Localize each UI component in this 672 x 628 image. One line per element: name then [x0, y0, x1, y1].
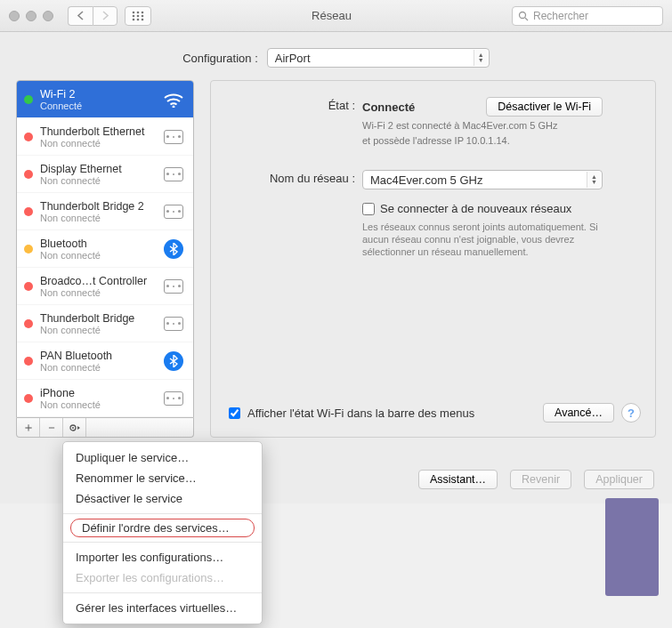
- known-networks-hint: Les réseaux connus seront joints automat…: [362, 221, 603, 258]
- location-label: Configuration :: [182, 52, 258, 65]
- service-name: PAN Bluetooth: [40, 350, 154, 362]
- service-name: Thunderbolt Bridge: [40, 312, 154, 325]
- status-dot-icon: [24, 133, 33, 141]
- network-name-select[interactable]: Mac4Ever.com 5 GHz ▲▼: [362, 170, 603, 189]
- status-dot-icon: [24, 207, 33, 216]
- assistant-button[interactable]: Assistant…: [418, 470, 498, 489]
- service-status: Non connecté: [40, 399, 154, 410]
- service-item[interactable]: PAN BluetoothNon connecté: [17, 342, 193, 380]
- advanced-button[interactable]: Avancé…: [543, 403, 614, 423]
- close-icon[interactable]: [9, 11, 20, 21]
- search-icon: [518, 11, 529, 21]
- svg-point-1: [137, 11, 140, 13]
- search-placeholder: Rechercher: [533, 10, 588, 22]
- chevron-right-icon: [101, 11, 109, 20]
- show-wifi-status-checkbox[interactable]: [229, 407, 240, 419]
- status-dot-icon: [24, 282, 33, 291]
- service-name: Thunderbolt Bridge 2: [40, 200, 154, 213]
- service-item[interactable]: BluetoothNon connecté: [17, 230, 193, 268]
- bluetooth-icon: [161, 351, 186, 371]
- svg-point-2: [142, 11, 144, 13]
- service-status: Non connecté: [40, 362, 154, 373]
- service-name: Wi-Fi 2: [40, 88, 154, 101]
- service-item[interactable]: iPhoneNon connecté: [17, 380, 193, 417]
- service-status: Non connecté: [40, 287, 154, 298]
- toolbar: Réseau Rechercher: [0, 0, 672, 32]
- service-name: Thunderbolt Ethernet: [40, 125, 154, 138]
- svg-point-4: [137, 14, 140, 17]
- grid-icon: [132, 11, 144, 21]
- service-status: Non connecté: [40, 138, 154, 149]
- forward-button[interactable]: [93, 6, 117, 26]
- minimize-icon[interactable]: [26, 11, 36, 21]
- service-actions-menu: Dupliquer le service… Renommer le servic…: [62, 441, 263, 624]
- status-dot-icon: [24, 95, 33, 104]
- svg-point-7: [137, 18, 140, 20]
- location-value: AirPort: [275, 52, 311, 65]
- menu-rename-service[interactable]: Renommer le service…: [63, 468, 262, 488]
- service-name: Broadco…t Controller: [40, 275, 154, 287]
- menu-separator: [63, 542, 262, 543]
- service-status: Non connecté: [40, 213, 154, 223]
- updown-icon: ▲▼: [474, 50, 488, 66]
- service-sidebar: Wi-Fi 2ConnectéThunderbolt EthernetNon c…: [16, 80, 194, 438]
- status-dot-icon: [24, 319, 33, 328]
- decorative-block: [605, 498, 659, 596]
- ethernet-icon: [161, 127, 186, 147]
- status-dot-icon: [24, 170, 33, 179]
- ethernet-icon: [161, 202, 186, 221]
- svg-point-9: [520, 12, 526, 18]
- ethernet-icon: [161, 314, 186, 334]
- service-status: Non connecté: [40, 250, 154, 261]
- ethernet-icon: [161, 389, 186, 408]
- menu-duplicate-service[interactable]: Dupliquer le service…: [63, 447, 262, 468]
- network-name-label: Nom du réseau :: [211, 170, 362, 185]
- menu-manage-virtual-interfaces[interactable]: Gérer les interfaces virtuelles…: [63, 598, 262, 618]
- svg-point-5: [142, 14, 144, 17]
- service-item[interactable]: Broadco…t ControllerNon connecté: [17, 268, 193, 305]
- service-item[interactable]: Thunderbolt BridgeNon connecté: [17, 305, 193, 342]
- service-name: Bluetooth: [40, 238, 154, 250]
- ethernet-icon: [161, 165, 186, 184]
- service-name: Display Ethernet: [40, 163, 154, 175]
- window-title: Réseau: [158, 9, 505, 22]
- apply-button[interactable]: Appliquer: [584, 470, 654, 489]
- back-button[interactable]: [68, 6, 93, 26]
- menu-export-configs: Exporter les configurations…: [63, 568, 262, 588]
- bluetooth-icon: [161, 239, 186, 259]
- show-all-prefs-button[interactable]: [125, 6, 151, 26]
- service-status: Connecté: [40, 101, 154, 111]
- service-item[interactable]: Thunderbolt EthernetNon connecté: [17, 118, 193, 156]
- service-item[interactable]: Wi-Fi 2Connecté: [17, 81, 193, 118]
- connect-new-networks-checkbox[interactable]: [362, 203, 375, 215]
- detail-panel: État : Connecté Désactiver le Wi-Fi Wi-F…: [210, 80, 656, 438]
- service-item[interactable]: Thunderbolt Bridge 2Non connecté: [17, 193, 193, 230]
- zoom-icon[interactable]: [43, 11, 53, 21]
- service-item[interactable]: Display EthernetNon connecté: [17, 156, 193, 193]
- service-actions-button[interactable]: [63, 418, 86, 437]
- status-dot-icon: [24, 245, 33, 254]
- status-dot-icon: [24, 394, 33, 403]
- revert-button[interactable]: Revenir: [510, 470, 571, 489]
- service-status: Non connecté: [40, 175, 154, 186]
- menu-import-configs[interactable]: Importer les configurations…: [63, 547, 262, 568]
- main-area: Wi-Fi 2ConnectéThunderbolt EthernetNon c…: [0, 80, 672, 454]
- status-desc-1: Wi-Fi 2 est connecté à Mac4Ever.com 5 GH…: [362, 119, 641, 132]
- toggle-wifi-button[interactable]: Désactiver le Wi-Fi: [486, 97, 603, 117]
- search-field[interactable]: Rechercher: [512, 6, 663, 26]
- help-button[interactable]: ?: [621, 403, 641, 423]
- show-wifi-status-label: Afficher l'état Wi-Fi dans la barre des …: [247, 407, 536, 420]
- ethernet-icon: [161, 277, 186, 296]
- status-value: Connecté: [362, 101, 415, 114]
- status-dot-icon: [24, 357, 33, 366]
- service-list[interactable]: Wi-Fi 2ConnectéThunderbolt EthernetNon c…: [16, 80, 194, 418]
- location-select[interactable]: AirPort ▲▼: [267, 48, 490, 68]
- nav-buttons: [68, 6, 117, 26]
- svg-point-0: [133, 11, 135, 13]
- network-name-value: Mac4Ever.com 5 GHz: [370, 173, 482, 187]
- menu-disable-service[interactable]: Désactiver le service: [63, 488, 262, 509]
- location-row: Configuration : AirPort ▲▼: [0, 32, 672, 80]
- remove-service-button[interactable]: －: [40, 418, 63, 437]
- add-service-button[interactable]: ＋: [17, 418, 40, 437]
- menu-set-service-order[interactable]: Définir l'ordre des services…: [70, 519, 255, 537]
